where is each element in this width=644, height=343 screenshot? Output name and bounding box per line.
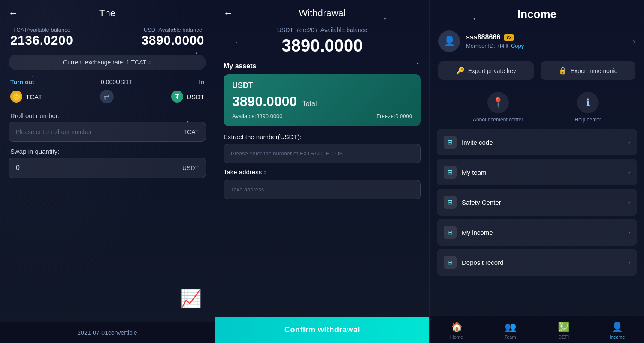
token-row: 🪙 TCAT ⇄ ₮ USDT [0, 87, 215, 106]
roll-out-placeholder: Please enter roll-out number [16, 128, 92, 135]
assets-detail-row: Available:3890.0000 Freeze:0.0000 [232, 113, 412, 119]
bottom-nav: 🏠 Home 👥 Team 💹 DEFI 👤 Income [430, 316, 644, 343]
team-icon: 👥 [505, 322, 516, 333]
extract-label: Extract the number(USDT): [224, 133, 421, 140]
swap-header: ← The [0, 0, 215, 23]
withdrawal-panel: ✦ • ✦ ← Withdrawal USDT（erc20）Available … [215, 0, 429, 343]
key-actions: 🔑 Export private key 🔒 Export mnemonic [430, 55, 644, 86]
nav-income[interactable]: 👤 Income [590, 320, 644, 341]
withdrawal-header: ← Withdrawal [215, 0, 429, 23]
menu-item-left: ⊞ Invite code [444, 136, 493, 149]
menu-item-left: ⊞ Deposit record [444, 256, 504, 269]
swap-bottom-bar: 2021-07-01convertible [0, 322, 215, 343]
extract-section: Extract the number(USDT): Please enter t… [215, 133, 429, 168]
deposit-record-icon: ⊞ [444, 256, 457, 269]
help-label: Help center [575, 117, 601, 123]
export-mnemonic-button[interactable]: 🔒 Export mnemonic [541, 61, 636, 80]
menu-item-invite-code[interactable]: ⊞ Invite code › [437, 129, 637, 155]
lock-icon: 🔒 [559, 67, 567, 75]
assets-section: My assets USDT 3890.0000 Total Available… [224, 62, 421, 126]
invite-code-chevron-icon: › [628, 138, 630, 146]
username: sss888666 [466, 33, 500, 41]
swap-in-value: 0 [16, 164, 20, 172]
swap-arrows-icon[interactable]: ⇄ [100, 90, 114, 103]
my-team-label: My team [462, 169, 487, 176]
extract-input[interactable]: Please enter the number of EXTRACTED US [224, 144, 421, 163]
center-icons: 📍 Announcement center ℹ Help center [430, 86, 644, 129]
chart-icon: 📈 [180, 289, 202, 308]
menu-item-my-team[interactable]: ⊞ My team › [437, 159, 637, 185]
key-icon: 🔑 [456, 67, 465, 75]
v2-badge: V2 [504, 34, 514, 41]
avatar: 👤 [438, 30, 460, 52]
export-key-button[interactable]: 🔑 Export private key [438, 61, 534, 80]
swap-panel: ✦ ✦ • • ✦ ← The TCATAvailable balance 21… [0, 0, 215, 343]
withdrawal-back-button[interactable]: ← [224, 8, 233, 19]
profile-row: 👤 sss888666 V2 Member ID: 7f4llt Copy › [430, 27, 644, 55]
back-button[interactable]: ← [9, 8, 18, 19]
safety-center-chevron-icon: › [628, 198, 630, 206]
safety-center-icon: ⊞ [444, 196, 457, 209]
assets-available: Available:3890.0000 [232, 113, 283, 119]
assets-title: My assets [224, 62, 421, 70]
nav-team[interactable]: 👥 Team [484, 320, 537, 341]
export-mnemonic-label: Export mnemonic [571, 67, 617, 74]
nav-team-label: Team [505, 334, 516, 340]
menu-item-left: ⊞ My team [444, 166, 487, 179]
menu-item-safety-center[interactable]: ⊞ Safety Center › [437, 189, 637, 216]
tcat-balance-col: TCATAvailable balance 2136.0200 [10, 27, 73, 48]
announcement-icon: 📍 [487, 92, 509, 113]
deposit-record-chevron-icon: › [628, 258, 630, 266]
turn-out-label: Turn out [10, 79, 34, 85]
usdt-balance-value: 3890.0000 [142, 33, 204, 48]
address-label: Take address： [224, 168, 421, 176]
member-id-text: Member ID: 7f4llt [466, 42, 508, 49]
assets-token-name: USDT [232, 81, 412, 90]
usdt-icon: ₮ [171, 91, 183, 103]
swap-in-input-container: 0 USDT [9, 158, 206, 178]
address-input[interactable]: Take address [224, 180, 421, 199]
confirm-withdrawal-button[interactable]: Confirm withdrawal [215, 317, 429, 343]
profile-chevron-icon[interactable]: › [633, 37, 635, 46]
profile-name: sss888666 V2 [466, 33, 524, 41]
help-icon: ℹ [577, 92, 599, 113]
address-section: Take address： Take address [215, 168, 429, 199]
announcement-item[interactable]: 📍 Announcement center [473, 92, 523, 123]
exchange-rate-box: Current exchange rate: 1 TCAT = [9, 55, 206, 70]
usdt-label: USDT [187, 93, 204, 100]
profile-left: 👤 sss888666 V2 Member ID: 7f4llt Copy [438, 30, 524, 52]
menu-list: ⊞ Invite code › ⊞ My team › ⊞ Safety Cen… [430, 129, 644, 276]
nav-defi[interactable]: 💹 DEFI [537, 320, 591, 341]
my-team-icon: ⊞ [444, 166, 457, 179]
tcat-icon: 🪙 [10, 91, 22, 103]
usdt-amount: 0.000USDT [101, 79, 132, 85]
nav-defi-label: DEFI [558, 334, 569, 340]
exchange-rate-text: Current exchange rate: 1 TCAT = [63, 59, 151, 66]
roll-out-input-container[interactable]: Please enter roll-out number TCAT [9, 122, 206, 142]
income-title: Income [430, 0, 644, 27]
withdrawal-title: Withdrawal [299, 8, 346, 19]
tcat-balance-label: TCATAvailable balance [10, 27, 73, 33]
tcat-balance-value: 2136.0200 [10, 33, 73, 48]
assets-freeze: Freeze:0.0000 [376, 113, 412, 119]
roll-out-label: Rroll out number: [0, 106, 215, 122]
usdt-balance-col: USDTAvailable balance 3890.0000 [142, 27, 204, 48]
profile-info: sss888666 V2 Member ID: 7f4llt Copy [466, 33, 524, 49]
address-placeholder: Take address [231, 186, 264, 193]
announcement-label: Announcement center [473, 117, 523, 123]
help-item[interactable]: ℹ Help center [575, 92, 601, 123]
copy-button[interactable]: Copy [511, 42, 524, 49]
income-icon: 👤 [611, 322, 623, 333]
roll-out-unit: TCAT [183, 128, 199, 135]
menu-item-deposit-record[interactable]: ⊞ Deposit record › [437, 249, 637, 276]
tcat-label: TCAT [26, 93, 42, 100]
export-key-label: Export private key [468, 67, 516, 74]
swap-in-label: Swap in quantity: [0, 142, 215, 158]
nav-home[interactable]: 🏠 Home [430, 320, 484, 341]
my-team-chevron-icon: › [628, 168, 630, 176]
nav-home-label: Home [450, 334, 463, 340]
usdt-balance-label: USDTAvailable balance [142, 27, 204, 33]
menu-item-my-income[interactable]: ⊞ My income › [437, 219, 637, 246]
swap-title: The [99, 8, 115, 19]
my-income-label: My income [462, 229, 493, 236]
